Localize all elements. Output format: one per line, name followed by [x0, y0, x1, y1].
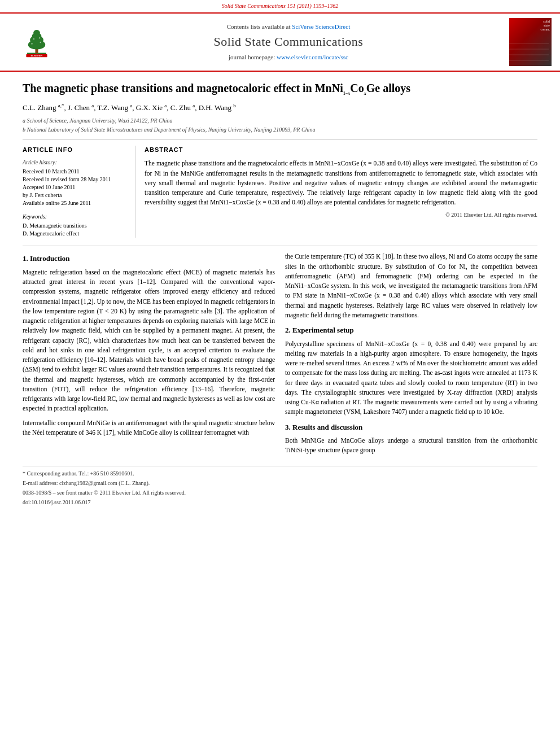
journal-header: ELSEVIER Contents lists available at Sci…: [0, 14, 560, 72]
abstract-heading: ABSTRACT: [145, 146, 537, 154]
right-para3: Both MnNiGe and MnCoGe alloys undergo a …: [285, 436, 537, 456]
thumb-decoration: [509, 32, 549, 66]
svg-point-6: [31, 43, 33, 45]
section3-heading: 3. Results and discussion: [285, 422, 537, 433]
body-left-column: 1. Introduction Magnetic refrigeration b…: [23, 252, 275, 460]
svg-text:ELSEVIER: ELSEVIER: [31, 54, 43, 57]
journal-homepage: journal homepage: www.elsevier.com/locat…: [229, 53, 348, 62]
abstract-text: The magnetic phase transitions and the m…: [145, 159, 537, 207]
corresponding-author: * Corresponding author. Tel.: +86 510 85…: [23, 470, 537, 478]
keywords-label: Keywords:: [23, 213, 128, 221]
issn-line: 0038-1098/$ – see front matter © 2011 El…: [23, 489, 537, 497]
thumb-label: solidstatecomm.: [541, 20, 550, 32]
body-right-column: the Curie temperature (TC) of 355 K [18]…: [285, 252, 537, 460]
footnotes: * Corresponding author. Tel.: +86 510 85…: [23, 466, 537, 506]
doi-line: doi:10.1016/j.ssc.2011.06.017: [23, 499, 537, 506]
journal-homepage-link[interactable]: www.elsevier.com/locate/ssc: [277, 54, 348, 60]
affiliation-a: a School of Science, Jiangnan University…: [23, 117, 537, 125]
journal-name-area: Contents lists available at SciVerse Sci…: [73, 18, 504, 66]
svg-point-5: [33, 30, 40, 36]
affiliations: a School of Science, Jiangnan University…: [23, 117, 537, 134]
right-para2: Polycrystalline specimens of MnNi1−xCoxG…: [285, 339, 537, 417]
abstract-panel: ABSTRACT The magnetic phase transitions …: [145, 146, 537, 238]
right-para1: the Curie temperature (TC) of 355 K [18]…: [285, 252, 537, 320]
body-columns: 1. Introduction Magnetic refrigeration b…: [23, 246, 537, 460]
intro-para1: Magnetic refrigeration based on the magn…: [23, 268, 275, 414]
keywords-block: Keywords: D. Metamagnetic transitions D.…: [23, 213, 128, 238]
intro-para2: Intermetallic compound MnNiGe is an anti…: [23, 418, 275, 438]
sciverse-link[interactable]: SciVerse ScienceDirect: [292, 23, 350, 30]
keyword-2: D. Magnetocaloric effect: [23, 230, 128, 238]
svg-point-8: [33, 38, 35, 40]
article-info-abstract-row: ARTICLE INFO Article history: Received 1…: [23, 139, 537, 238]
journal-citation-bar: Solid State Communications 151 (2011) 13…: [0, 0, 560, 14]
elsevier-logo-area: ELSEVIER: [6, 18, 68, 66]
journal-citation-text: Solid State Communications 151 (2011) 13…: [222, 3, 339, 9]
authors-line: C.L. Zhang a,*, J. Chen a, T.Z. Wang a, …: [23, 102, 537, 113]
email-address: E-mail address: clzhang1982@gmail.com (C…: [23, 479, 537, 487]
section2-heading: 2. Experimental setup: [285, 325, 537, 336]
intro-heading: 1. Introduction: [23, 253, 275, 264]
received-date: Received 10 March 2011 Received in revis…: [23, 168, 128, 207]
elsevier-logo: ELSEVIER: [6, 27, 68, 58]
journal-thumbnail: solidstatecomm.: [509, 18, 552, 66]
svg-point-9: [39, 37, 41, 39]
sciverse-link-text: Contents lists available at SciVerse Sci…: [227, 23, 350, 31]
paper-content: The magnetic phase transitions and magne…: [0, 72, 560, 519]
affiliation-b: b National Laboratory of Solid State Mic…: [23, 126, 537, 134]
history-label: Article history:: [23, 159, 128, 167]
paper-title: The magnetic phase transitions and magne…: [23, 81, 537, 97]
journal-thumbnail-area: solidstatecomm.: [509, 18, 554, 66]
article-info-panel: ARTICLE INFO Article history: Received 1…: [23, 146, 135, 238]
abstract-copyright: © 2011 Elsevier Ltd. All rights reserved…: [145, 211, 537, 219]
article-info-heading: ARTICLE INFO: [23, 146, 128, 154]
keyword-1: D. Metamagnetic transitions: [23, 222, 128, 230]
elsevier-tree-icon: ELSEVIER: [20, 27, 54, 58]
svg-point-7: [40, 42, 42, 43]
journal-title: Solid State Communications: [214, 33, 364, 51]
